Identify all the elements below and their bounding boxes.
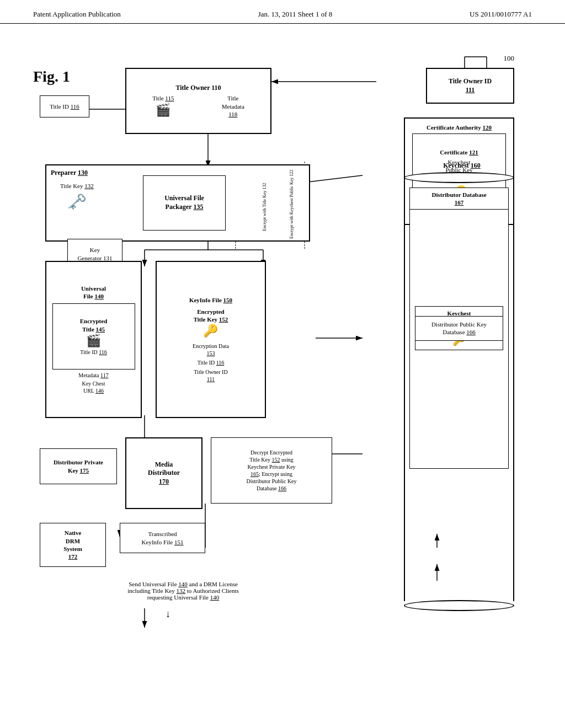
key-icon-kif: 🔑 <box>194 323 228 339</box>
key-icon-title: 🗝️ <box>67 192 87 212</box>
enc-data-label: Encryption Data153 <box>193 343 229 356</box>
universal-file-box: UniversalFile 140 EncryptedTitle 145 🎬 T… <box>45 261 142 418</box>
transcribed-kif-label: TranscribedKeyInfo File 151 <box>142 530 184 546</box>
memory-box: Memory 159 KeychestPrivateKey 165 🔑 KeyI… <box>409 188 509 469</box>
title-id-label: Title ID 116 <box>50 103 79 110</box>
decrypt-text-label: Decrypt EncryptedTitle Key 152 usingKeyc… <box>246 449 296 492</box>
send-text-label: Send Universal File 140 and a DRM Licens… <box>67 581 299 601</box>
title-owner-id-box: Title Owner ID 111 <box>426 68 514 104</box>
title-owner-id-label: Title Owner ID <box>449 77 492 86</box>
native-drm-label: NativeDRMSystem172 <box>63 529 82 560</box>
title-owner-box: Title Owner 110 Title 115 🎬 TitleMetadat… <box>125 68 271 134</box>
media-dist-label: MediaDistributor170 <box>148 461 180 486</box>
encrypt-title-key-label: Encrypt with Title Key 132 <box>262 183 268 231</box>
ref-number-100: 100 <box>504 54 515 63</box>
dist-priv-key-label: Distributor PrivateKey 175 <box>54 458 103 474</box>
uf-label: UniversalFile 140 <box>81 285 106 299</box>
key-gen-label: KeyGenerator 131 <box>77 246 112 262</box>
native-drm-box: NativeDRMSystem172 <box>40 523 106 567</box>
title-id-kif: Title ID 116 <box>198 360 225 366</box>
down-arrow-send: ↓ <box>166 608 170 620</box>
title-label: Title 115 <box>152 94 174 102</box>
preparer-box: Preparer 130 Title Key 132 🗝️ Universal … <box>45 164 310 242</box>
keyinfo-file-box: KeyInfo File 150 EncryptedTitle Key 152 … <box>156 261 266 418</box>
distributor-private-key-box: Distributor PrivateKey 175 <box>40 448 117 484</box>
media-distributor-box: MediaDistributor170 <box>125 437 202 509</box>
kif-label: KeyInfo File 150 <box>189 297 232 303</box>
key-chest-url-uf: Key ChestURL 146 <box>82 381 105 394</box>
keychest-label: Keychest 160 <box>443 162 481 169</box>
transcribed-keyinfo-box: TranscribedKeyInfo File 151 <box>120 523 205 553</box>
title-owner-id-number: 111 <box>466 86 475 95</box>
dist-pub-key-db-label: Distributor Public KeyDatabase 166 <box>431 320 487 336</box>
film-icon-2: 🎬 <box>86 333 101 349</box>
certificate-label: Certificate 121 <box>440 149 478 156</box>
encrypted-title-label: EncryptedTitle 145 <box>80 317 108 333</box>
title-owner-id-kif: Title Owner ID111 <box>194 369 227 382</box>
title-key-label: Title Key 132 <box>60 182 94 190</box>
header-left: Patent Application Publication <box>33 10 121 19</box>
title-metadata-label: TitleMetadata118 <box>222 94 244 118</box>
header-right: US 2011/0010777 A1 <box>470 10 532 19</box>
metadata-uf: Metadata 117 <box>78 372 108 378</box>
ufp-label: Universal FilePackager 135 <box>164 194 204 211</box>
distributor-db-label: Distributor Database167 <box>431 191 486 207</box>
encrypt-keychest-label: Encrypt with Keychest Public Key 122 <box>290 169 295 238</box>
universal-file-packager-box: Universal FilePackager 135 <box>143 175 226 231</box>
title-id-box: Title ID 116 <box>40 95 89 117</box>
patent-header: Patent Application Publication Jan. 13, … <box>0 0 565 24</box>
distributor-db-box: Distributor Database167 <box>409 188 509 210</box>
keychest-cylinder: Keychest 160 Processor 158 Memory 159 Ke… <box>404 162 520 611</box>
preparer-label: Preparer 130 <box>51 169 88 176</box>
cert-auth-label: Certificate Authority 120 <box>427 124 492 131</box>
dist-pub-key-db-box: Distributor Public KeyDatabase 166 <box>415 316 503 341</box>
send-universal-file-text: Send Universal File 140 and a DRM Licens… <box>127 581 239 601</box>
header-center: Jan. 13, 2011 Sheet 1 of 8 <box>258 10 333 19</box>
title-owner-label: Title Owner 110 <box>175 84 221 92</box>
decrypt-text-box: Decrypt EncryptedTitle Key 152 usingKeyc… <box>211 437 332 504</box>
title-id-uf: Title ID 116 <box>80 349 107 356</box>
enc-title-key-label: EncryptedTitle Key 152 <box>194 308 228 323</box>
film-icon: 🎬 <box>156 103 170 119</box>
